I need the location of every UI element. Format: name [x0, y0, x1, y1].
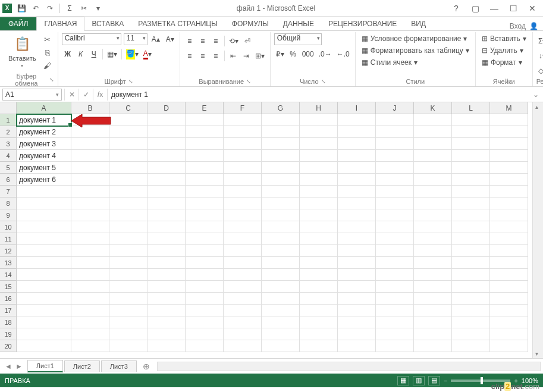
cell-A7[interactable] [17, 186, 71, 197]
align-middle-button[interactable]: ≡ [197, 35, 209, 47]
cell-G10[interactable] [262, 221, 300, 233]
cell-F16[interactable] [224, 293, 262, 305]
cell-I19[interactable] [338, 328, 376, 340]
row-header-8[interactable]: 8 [0, 197, 17, 209]
cell-A2[interactable]: документ 2 [17, 126, 71, 138]
cell-J8[interactable] [376, 197, 414, 209]
font-launcher[interactable]: ⤡ [128, 79, 133, 84]
cell-H17[interactable] [300, 305, 338, 316]
row-header-15[interactable]: 15 [0, 281, 17, 293]
cell-E12[interactable] [186, 245, 224, 257]
paste-button[interactable]: 📋 Вставить ▾ [6, 33, 39, 70]
cell-I5[interactable] [338, 162, 376, 174]
cell-H1[interactable] [300, 114, 338, 126]
cell-B19[interactable] [71, 328, 109, 340]
cell-D2[interactable] [147, 126, 186, 138]
cell-K15[interactable] [414, 281, 452, 293]
sheet-nav-prev[interactable]: ◄ [4, 362, 13, 371]
cell-J16[interactable] [376, 293, 414, 305]
cell-M8[interactable] [490, 197, 528, 209]
cell-L17[interactable] [452, 305, 490, 316]
cell-K9[interactable] [414, 209, 452, 221]
cell-B10[interactable] [71, 221, 109, 233]
cell-G18[interactable] [262, 316, 300, 328]
cut-button[interactable]: ✂ [78, 2, 90, 14]
cell-I1[interactable] [338, 114, 376, 126]
cell-J18[interactable] [376, 316, 414, 328]
cell-styles-button[interactable]: ▦ Стили ячеек ▾ [359, 57, 420, 68]
cell-E11[interactable] [186, 233, 224, 245]
cell-E2[interactable] [186, 126, 224, 138]
cell-K14[interactable] [414, 269, 452, 281]
cell-G13[interactable] [262, 257, 300, 269]
fill-color-button[interactable]: 🪣▾ [124, 48, 140, 60]
cell-H19[interactable] [300, 328, 338, 340]
cell-I9[interactable] [338, 209, 376, 221]
cell-F9[interactable] [224, 209, 262, 221]
align-bottom-button[interactable]: ≡ [210, 35, 222, 47]
cell-E10[interactable] [186, 221, 224, 233]
fx-button[interactable]: fx [93, 89, 107, 101]
cell-D6[interactable] [147, 174, 186, 186]
cell-C15[interactable] [109, 281, 147, 293]
cell-L5[interactable] [452, 162, 490, 174]
col-header-A[interactable]: A [17, 102, 71, 114]
cell-D19[interactable] [147, 328, 186, 340]
cell-C11[interactable] [109, 233, 147, 245]
cell-B15[interactable] [71, 281, 109, 293]
cell-G17[interactable] [262, 305, 300, 316]
cell-E4[interactable] [186, 150, 224, 162]
number-format-combo[interactable]: Общий [274, 33, 322, 45]
grow-font-button[interactable]: A▴ [150, 33, 162, 45]
cell-E5[interactable] [186, 162, 224, 174]
cell-A14[interactable] [17, 269, 71, 281]
cell-B9[interactable] [71, 209, 109, 221]
cell-A13[interactable] [17, 257, 71, 269]
autosum-button[interactable]: Σ [64, 2, 76, 14]
undo-button[interactable]: ↶ [30, 2, 42, 14]
horizontal-scrollbar[interactable] [157, 362, 541, 371]
cell-M11[interactable] [490, 233, 528, 245]
ribbon-options-button[interactable]: ▢ [467, 2, 484, 14]
row-header-10[interactable]: 10 [0, 221, 17, 233]
cell-J13[interactable] [376, 257, 414, 269]
cell-H20[interactable] [300, 340, 338, 352]
cell-I18[interactable] [338, 316, 376, 328]
cell-G5[interactable] [262, 162, 300, 174]
expand-formula-bar[interactable]: ⌄ [529, 89, 543, 101]
underline-button[interactable]: Ч [88, 48, 100, 60]
cell-D13[interactable] [147, 257, 186, 269]
row-header-11[interactable]: 11 [0, 233, 17, 245]
align-center-button[interactable]: ≡ [197, 50, 209, 62]
cell-J14[interactable] [376, 269, 414, 281]
cell-M16[interactable] [490, 293, 528, 305]
cell-B4[interactable] [71, 150, 109, 162]
cell-B5[interactable] [71, 162, 109, 174]
cell-K17[interactable] [414, 305, 452, 316]
cell-C18[interactable] [109, 316, 147, 328]
cell-E6[interactable] [186, 174, 224, 186]
cell-K5[interactable] [414, 162, 452, 174]
cell-G19[interactable] [262, 328, 300, 340]
cell-B17[interactable] [71, 305, 109, 316]
tab-formulas[interactable]: ФОРМУЛЫ [225, 17, 276, 30]
cell-E3[interactable] [186, 138, 224, 150]
row-header-6[interactable]: 6 [0, 174, 17, 186]
cell-E1[interactable] [186, 114, 224, 126]
align-left-button[interactable]: ≡ [184, 50, 196, 62]
cell-K16[interactable] [414, 293, 452, 305]
cell-A11[interactable] [17, 233, 71, 245]
cell-A6[interactable]: документ 6 [17, 174, 71, 186]
cell-I12[interactable] [338, 245, 376, 257]
increase-decimal-button[interactable]: .0→ [317, 48, 334, 60]
cell-A9[interactable] [17, 209, 71, 221]
cell-J6[interactable] [376, 174, 414, 186]
col-header-K[interactable]: K [414, 102, 452, 114]
insert-cells-button[interactable]: ⊞ Вставить ▾ [479, 33, 529, 44]
cell-M4[interactable] [490, 150, 528, 162]
delete-cells-button[interactable]: ⊟ Удалить ▾ [479, 45, 526, 56]
cell-I15[interactable] [338, 281, 376, 293]
cell-M2[interactable] [490, 126, 528, 138]
cell-K8[interactable] [414, 197, 452, 209]
cell-D17[interactable] [147, 305, 186, 316]
